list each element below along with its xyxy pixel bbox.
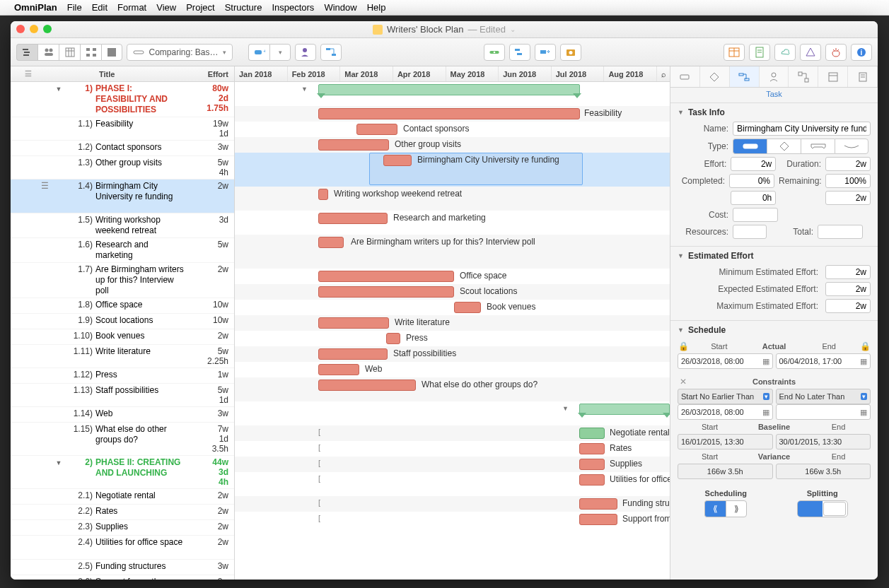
- menu-edit[interactable]: Edit: [92, 2, 108, 13]
- menu-file[interactable]: File: [67, 2, 82, 13]
- menu-project[interactable]: Project: [186, 2, 214, 13]
- menu-inspectors[interactable]: Inspectors: [272, 2, 314, 13]
- menu-view[interactable]: View: [156, 2, 176, 13]
- app-menu[interactable]: OmniPlan: [14, 2, 57, 13]
- macos-menubar: OmniPlan FileEditFormatViewProjectStruct…: [0, 0, 889, 16]
- menu-window[interactable]: Window: [324, 2, 356, 13]
- menu-help[interactable]: Help: [367, 2, 386, 13]
- menu-format[interactable]: Format: [117, 2, 146, 13]
- menu-structure[interactable]: Structure: [225, 2, 262, 13]
